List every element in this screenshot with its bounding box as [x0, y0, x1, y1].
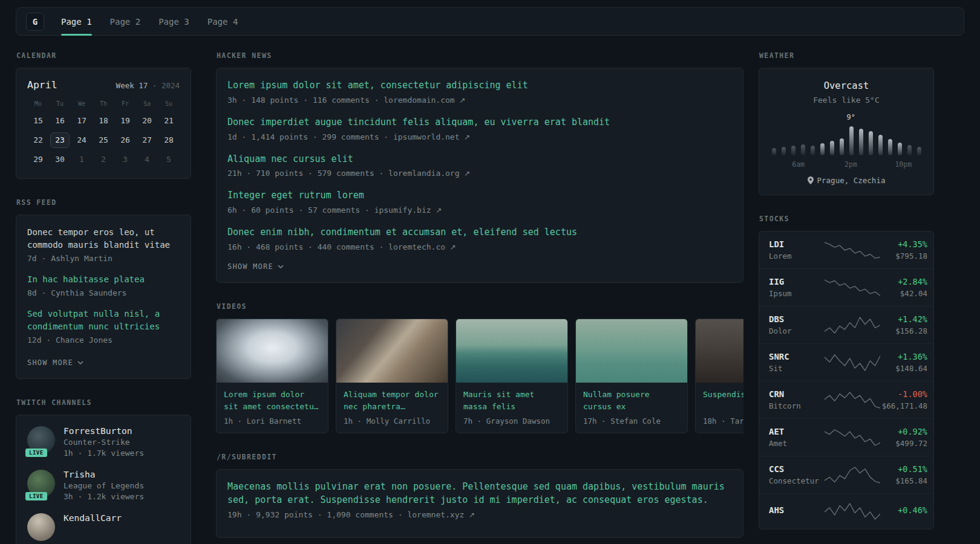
- video-title[interactable]: Mauris sit amet massa felis: [463, 389, 560, 413]
- subreddit-post-meta: 19h · 9,932 points · 1,090 comments · lo…: [227, 510, 732, 519]
- stock-ticker: CCS: [769, 464, 825, 474]
- external-link-icon: ↗: [464, 133, 470, 141]
- hackernews-item-stats: 16h · 468 points · 440 comments ·: [227, 242, 384, 251]
- page-tabs: Page 1 Page 2 Page 3 Page 4: [61, 8, 238, 35]
- subreddit-post-title[interactable]: Maecenas mollis pulvinar erat non posuer…: [227, 481, 732, 507]
- rss-item-title[interactable]: Donec tempor eros leo, ut commodo mauris…: [27, 226, 180, 251]
- stock-row[interactable]: AHS +0.46%: [759, 493, 933, 529]
- page-tab[interactable]: Page 3: [158, 8, 189, 35]
- hackernews-show-more-label: SHOW MORE: [227, 262, 273, 271]
- video-card[interactable]: Suspendisse diam 18h · Tara: [695, 319, 743, 433]
- stock-row[interactable]: CRN Bitcorn -1.00% $66,171.48: [759, 381, 933, 418]
- calendar-day-cell: 29: [28, 152, 48, 167]
- stock-price: $795.18: [880, 251, 927, 261]
- weather-card: Overcast Feels like 5°C 9° 6am 2pm 10pm …: [759, 68, 934, 195]
- video-thumbnail[interactable]: [336, 319, 448, 383]
- channel-info: KendallCarr: [64, 513, 122, 541]
- hackernews-item-title[interactable]: Donec enim nibh, condimentum et accumsan…: [227, 226, 732, 239]
- video-thumbnail[interactable]: [576, 319, 687, 383]
- rss-section-title: RSS FEED: [16, 198, 191, 207]
- stock-row[interactable]: AET Amet +0.92% $499.72: [759, 418, 933, 456]
- stocks-section-title: STOCKS: [759, 215, 934, 223]
- videos-widget: VIDEOS Lorem ipsum dolor sit amet consec…: [216, 302, 743, 433]
- twitch-channel-row[interactable]: LIVE ForrestBurton Counter-Strike 1h · 1…: [27, 426, 180, 458]
- calendar-day-cell: 15: [28, 113, 48, 129]
- app-logo[interactable]: G: [26, 13, 44, 31]
- hackernews-item-domain-link[interactable]: loremtech.co ↗: [388, 242, 456, 251]
- subreddit-post-stats: 19h · 9,932 points · 1,090 comments ·: [227, 510, 403, 519]
- rss-show-more-button[interactable]: SHOW MORE: [27, 358, 83, 367]
- rss-show-more-label: SHOW MORE: [27, 358, 73, 367]
- hackernews-item: Lorem ipsum dolor sit amet, consectetur …: [227, 79, 732, 105]
- hackernews-item-title[interactable]: Donec imperdiet augue tincidunt felis al…: [227, 116, 732, 129]
- stock-numbers: +2.84% $42.04: [880, 277, 927, 298]
- calendar-dow-row: Mo Tu We Th Fr Sa Su: [27, 100, 180, 107]
- stock-row[interactable]: LDI Lorem +4.35% $795.18: [759, 232, 933, 268]
- hackernews-item-title[interactable]: Integer eget rutrum lorem: [227, 189, 732, 202]
- hackernews-show-more-button[interactable]: SHOW MORE: [227, 262, 284, 271]
- hackernews-item-domain-link[interactable]: ipsumworld.net ↗: [393, 132, 470, 141]
- stock-company: Ipsum: [769, 289, 825, 298]
- calendar-day-cell: 2: [94, 152, 113, 167]
- stock-change: -1.00%: [880, 389, 927, 399]
- video-title[interactable]: Nullam posuere cursus ex: [583, 389, 680, 413]
- hackernews-item-domain: loremdomain.com: [384, 96, 454, 105]
- rss-item-title[interactable]: Sed volutpat nulla nisl, a condimentum n…: [27, 308, 180, 333]
- channel-info: Trisha League of Legends 3h · 1.2k viewe…: [64, 470, 144, 501]
- rss-item-title[interactable]: In hac habitasse platea: [27, 273, 180, 286]
- stock-change: +0.92%: [880, 427, 927, 436]
- stock-identity: CRN Bitcorn: [769, 389, 825, 410]
- video-thumbnail[interactable]: [217, 319, 328, 383]
- stock-row[interactable]: SNRC Sit +1.36% $148.64: [759, 343, 933, 381]
- external-link-icon: ↗: [464, 169, 470, 178]
- stock-sparkline: [825, 390, 880, 410]
- hackernews-item-domain-link[interactable]: ipsumify.biz ↗: [374, 206, 442, 215]
- calendar-dow-label: Th: [93, 100, 114, 107]
- twitch-widget: TWITCH CHANNELS LIVE ForrestBurton Count…: [16, 398, 191, 544]
- page-tab[interactable]: Page 2: [110, 8, 141, 35]
- channel-viewers: 1h · 1.7k viewers: [64, 448, 144, 458]
- stock-sparkline: [825, 241, 880, 260]
- stock-numbers: +0.46%: [880, 505, 927, 517]
- page-tab[interactable]: Page 1: [61, 8, 92, 35]
- stock-identity: AET Amet: [769, 427, 825, 448]
- video-title[interactable]: Lorem ipsum dolor sit amet consectetu…: [224, 389, 321, 413]
- stock-sparkline: [825, 316, 880, 335]
- location-pin-icon: [808, 176, 814, 184]
- calendar-dow-label: Fr: [114, 100, 136, 107]
- hackernews-item-title[interactable]: Lorem ipsum dolor sit amet, consectetur …: [227, 79, 732, 92]
- video-thumbnail[interactable]: [456, 319, 567, 383]
- stock-identity: CCS Consectetur: [769, 464, 825, 485]
- weather-feels-like: Feels like 5°C: [771, 96, 921, 105]
- video-card[interactable]: Nullam posuere cursus ex 17h · Stefan Co…: [575, 319, 688, 433]
- video-title[interactable]: Suspendisse diam: [703, 389, 743, 413]
- dashboard: CALENDAR April Week 17 · 2024 Mo Tu: [0, 36, 980, 544]
- weather-chart: 9° 6am 2pm 10pm: [771, 113, 921, 170]
- stock-ticker: LDI: [769, 239, 825, 249]
- hackernews-item-stats: 6h · 60 points · 57 comments ·: [227, 206, 370, 215]
- hackernews-item-domain-link[interactable]: loremdomain.com ↗: [384, 96, 465, 105]
- video-thumbnail[interactable]: [696, 319, 743, 383]
- stock-row[interactable]: CCS Consectetur +0.51% $165.84: [759, 456, 933, 493]
- video-card[interactable]: Aliquam tempor dolor nec pharetra… 1h · …: [336, 319, 448, 433]
- stock-sparkline: [825, 353, 880, 372]
- twitch-channel-row[interactable]: LIVE KendallCarr: [27, 513, 180, 541]
- hackernews-item-domain: loremlandia.org: [388, 169, 459, 178]
- twitch-channel-row[interactable]: LIVE Trisha League of Legends 3h · 1.2k …: [27, 470, 180, 501]
- stock-row[interactable]: DBS Dolor +1.42% $156.28: [759, 306, 933, 343]
- stock-sparkline: [825, 428, 880, 447]
- rss-item: Sed volutpat nulla nisl, a condimentum n…: [27, 308, 180, 345]
- calendar-day-cell: 19: [116, 113, 135, 129]
- rss-item-meta: 8d · Cynthia Saunders: [27, 288, 180, 297]
- video-title[interactable]: Aliquam tempor dolor nec pharetra…: [344, 389, 440, 413]
- hackernews-item-domain-link[interactable]: loremlandia.org ↗: [388, 169, 470, 178]
- video-card[interactable]: Lorem ipsum dolor sit amet consectetu… 1…: [216, 319, 328, 433]
- hackernews-widget: HACKER NEWS Lorem ipsum dolor sit amet, …: [216, 51, 743, 283]
- hackernews-item-title[interactable]: Aliquam nec cursus elit: [227, 153, 732, 166]
- subreddit-post-domain-link[interactable]: loremnet.xyz ↗: [407, 510, 475, 519]
- page-tab[interactable]: Page 4: [207, 8, 238, 35]
- stock-row[interactable]: IIG Ipsum +2.84% $42.04: [759, 268, 933, 306]
- hackernews-item: Integer eget rutrum lorem 6h · 60 points…: [227, 189, 732, 215]
- video-card[interactable]: Mauris sit amet massa felis 7h · Grayson…: [456, 319, 568, 433]
- stock-numbers: +1.42% $156.28: [880, 314, 927, 335]
